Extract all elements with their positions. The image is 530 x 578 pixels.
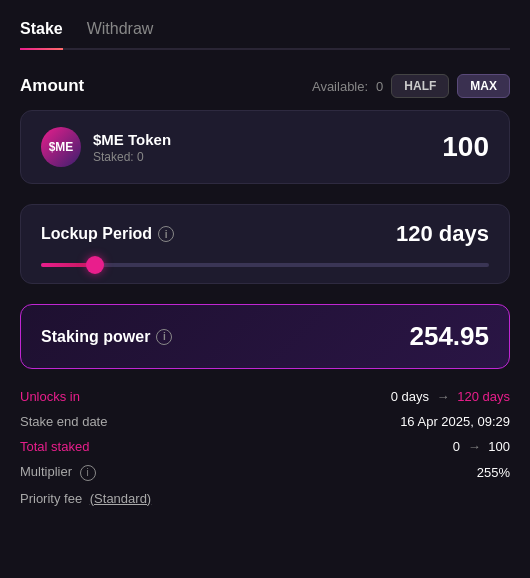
half-button[interactable]: HALF: [391, 74, 449, 98]
stake-end-date-label: Stake end date: [20, 414, 107, 429]
token-card: $ME $ME Token Staked: 0 100: [20, 110, 510, 184]
available-value: 0: [376, 79, 383, 94]
token-avatar: $ME: [41, 127, 81, 167]
lockup-days: 120 days: [396, 221, 489, 247]
token-staked: Staked: 0: [93, 150, 171, 164]
detail-total-staked: Total staked 0 → 100: [20, 439, 510, 454]
total-staked-value: 0 → 100: [453, 439, 510, 454]
staking-power-value: 254.95: [409, 321, 489, 352]
total-staked-label: Total staked: [20, 439, 89, 454]
stake-end-date-value: 16 Apr 2025, 09:29: [400, 414, 510, 429]
staking-power-label: Staking power i: [41, 328, 172, 346]
available-label: Available:: [312, 79, 368, 94]
slider-track: [41, 263, 489, 267]
token-name: $ME Token: [93, 131, 171, 148]
unlocks-in-arrow: →: [437, 389, 450, 404]
lockup-section: Lockup Period i 120 days: [20, 204, 510, 284]
tabs-container: Stake Withdraw: [20, 20, 510, 50]
lockup-header: Lockup Period i 120 days: [41, 221, 489, 247]
token-details: $ME Token Staked: 0: [93, 131, 171, 164]
multiplier-value: 255%: [477, 465, 510, 480]
tab-stake[interactable]: Stake: [20, 20, 63, 48]
slider-thumb[interactable]: [86, 256, 104, 274]
detail-multiplier: Multiplier i 255%: [20, 464, 510, 481]
priority-fee-label: Priority fee (Standard): [20, 491, 151, 506]
staking-power-card: Staking power i 254.95: [20, 304, 510, 369]
tab-withdraw[interactable]: Withdraw: [87, 20, 154, 48]
max-button[interactable]: MAX: [457, 74, 510, 98]
lockup-slider[interactable]: [41, 263, 489, 267]
staking-power-info-icon[interactable]: i: [156, 329, 172, 345]
amount-section-header: Amount Available: 0 HALF MAX: [20, 74, 510, 98]
amount-title: Amount: [20, 76, 84, 96]
priority-fee-link[interactable]: (Standard): [90, 491, 151, 506]
detail-priority-fee: Priority fee (Standard): [20, 491, 510, 506]
unlocks-in-value: 0 days → 120 days: [391, 389, 510, 404]
token-info: $ME $ME Token Staked: 0: [41, 127, 171, 167]
available-row: Available: 0 HALF MAX: [312, 74, 510, 98]
lockup-info-icon[interactable]: i: [158, 226, 174, 242]
unlocks-in-label: Unlocks in: [20, 389, 80, 404]
lockup-label: Lockup Period i: [41, 225, 174, 243]
total-staked-arrow: →: [468, 439, 481, 454]
detail-unlocks-in: Unlocks in 0 days → 120 days: [20, 389, 510, 404]
detail-stake-end-date: Stake end date 16 Apr 2025, 09:29: [20, 414, 510, 429]
token-amount: 100: [442, 131, 489, 163]
details-section: Unlocks in 0 days → 120 days Stake end d…: [20, 389, 510, 506]
multiplier-info-icon[interactable]: i: [80, 465, 96, 481]
multiplier-label: Multiplier i: [20, 464, 96, 481]
